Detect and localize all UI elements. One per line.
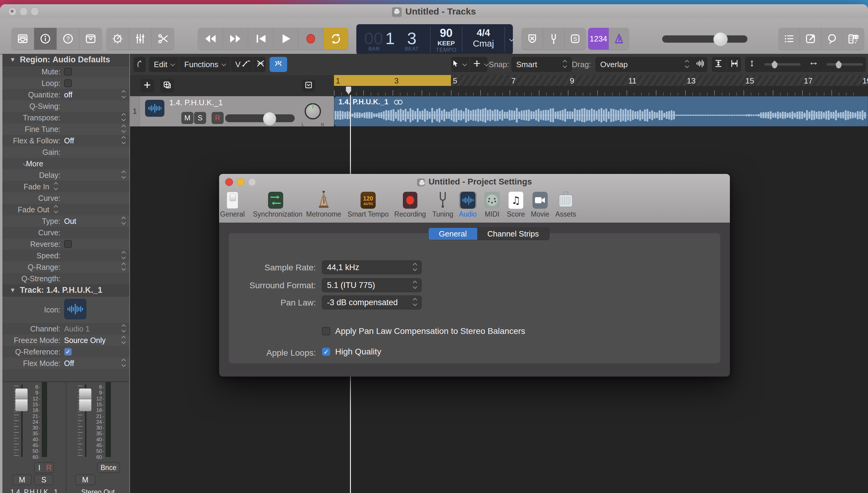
duplicate-track-button[interactable] xyxy=(160,79,174,92)
settings-tab-smart-tempo[interactable]: 120AUTOSmart Tempo xyxy=(345,191,391,218)
tuning-fork-button[interactable] xyxy=(543,28,565,49)
track-pan-knob[interactable] xyxy=(305,103,321,120)
lcd-display[interactable]: 00 1 3 BAR BEAT 90 KEEP TEMPO 4/4 Cmaj xyxy=(356,24,513,55)
settings-tab-assets[interactable]: Assets xyxy=(543,191,589,218)
cycle-button[interactable] xyxy=(323,28,348,49)
horizontal-zoom-knob[interactable] xyxy=(836,61,842,68)
field-dropdown[interactable]: 44,1 kHz xyxy=(322,260,421,274)
toolbar-display-button[interactable] xyxy=(79,28,102,49)
track-header-options-button[interactable] xyxy=(302,80,315,92)
solo-button[interactable]: S xyxy=(565,28,586,49)
mute-button[interactable]: M xyxy=(75,474,95,485)
count-in-button[interactable]: 1234 xyxy=(588,28,609,49)
library-button[interactable] xyxy=(12,28,34,49)
track-name[interactable]: 1.4. P.H.U.K._1 xyxy=(169,98,223,107)
row-checkbox[interactable]: ✓ xyxy=(64,348,72,356)
cycle-range[interactable] xyxy=(334,75,451,86)
vertical-zoom-knob[interactable] xyxy=(772,61,778,68)
snap-dropdown[interactable]: Smart xyxy=(511,57,572,72)
lcd-tempo-segment[interactable]: 90 KEEP TEMPO xyxy=(431,24,462,55)
more-toggle[interactable]: More xyxy=(26,159,43,168)
value-stepper[interactable] xyxy=(121,336,126,344)
media-browser-button[interactable]: ♪ xyxy=(843,28,864,49)
master-mute-button[interactable] xyxy=(522,28,543,49)
menu-functions[interactable]: Functions xyxy=(180,57,231,72)
fader-cap[interactable] xyxy=(79,388,92,411)
lcd-menu-chevron[interactable] xyxy=(505,24,513,55)
input-monitor-button[interactable]: I xyxy=(35,463,44,472)
row-value[interactable]: Source Only xyxy=(64,336,106,345)
pan-law-compensation-checkbox[interactable] xyxy=(322,327,330,336)
value-stepper[interactable] xyxy=(121,359,126,367)
row-checkbox[interactable] xyxy=(64,68,72,76)
field-dropdown[interactable]: 5.1 (ITU 775) xyxy=(322,278,421,292)
inspector-button[interactable] xyxy=(34,28,57,49)
value-stepper[interactable] xyxy=(121,114,126,122)
menu-edit[interactable]: Edit xyxy=(149,57,180,72)
rewind-button[interactable] xyxy=(198,28,223,49)
value-stepper[interactable] xyxy=(121,252,126,259)
settings-tab-general[interactable]: General xyxy=(210,191,255,218)
value-stepper[interactable] xyxy=(53,183,59,191)
channel-strip-name[interactable]: 1.4. P.H.U.K._1 xyxy=(3,488,65,493)
nudge-back-button[interactable] xyxy=(134,57,146,72)
value-stepper[interactable] xyxy=(53,206,59,214)
apple-loops-quality-checkbox[interactable]: ✓ xyxy=(322,347,330,356)
row-value[interactable]: off xyxy=(64,90,72,99)
horizontal-auto-zoom-button[interactable] xyxy=(727,57,742,72)
track-volume-knob[interactable] xyxy=(263,112,276,126)
list-editors-button[interactable] xyxy=(779,28,800,49)
tab-general[interactable]: General xyxy=(429,228,477,240)
tab-channel-strips[interactable]: Channel Strips xyxy=(477,228,549,240)
horizontal-zoom-slider[interactable] xyxy=(827,63,863,66)
field-dropdown[interactable]: -3 dB compensated xyxy=(322,296,421,309)
value-stepper[interactable] xyxy=(121,137,126,145)
value-stepper[interactable] xyxy=(121,217,126,225)
track-solo-button[interactable]: S xyxy=(194,112,206,124)
value-stepper[interactable] xyxy=(121,263,126,271)
mute-button[interactable]: M xyxy=(13,474,32,485)
track-inspector-header[interactable]: ▼ Track: 1.4. P.H.U.K._1 xyxy=(2,284,129,296)
row-value[interactable]: Out xyxy=(64,217,76,226)
value-stepper[interactable] xyxy=(121,325,126,333)
smart-controls-button[interactable] xyxy=(106,28,129,49)
master-volume-slider[interactable] xyxy=(662,36,748,43)
flex-button[interactable] xyxy=(253,57,268,72)
track-icon[interactable] xyxy=(145,100,164,117)
note-pads-button[interactable] xyxy=(800,28,821,49)
row-value[interactable]: Off xyxy=(64,359,74,368)
track-volume-slider[interactable] xyxy=(225,114,295,122)
master-volume-knob[interactable] xyxy=(713,32,728,47)
input-record-buttons[interactable]: IR xyxy=(34,462,54,473)
playhead-marker[interactable] xyxy=(346,86,351,94)
catch-playhead-button[interactable] xyxy=(270,57,287,72)
track-mute-button[interactable]: M xyxy=(181,112,193,124)
settings-tab-metronome[interactable]: Metronome xyxy=(301,191,346,218)
drag-dropdown[interactable]: Overlap xyxy=(595,57,694,72)
value-stepper[interactable] xyxy=(121,91,126,99)
row-value[interactable]: Off xyxy=(64,136,74,145)
lcd-position-segment[interactable]: 00 1 3 BAR BEAT xyxy=(356,24,430,55)
metronome-button[interactable] xyxy=(609,28,629,49)
add-track-button[interactable] xyxy=(140,79,154,92)
vertical-auto-zoom-button[interactable] xyxy=(711,57,727,72)
waveform-zoom-button[interactable] xyxy=(693,57,708,72)
play-button[interactable] xyxy=(273,28,298,49)
value-stepper[interactable] xyxy=(121,171,126,179)
forward-button[interactable] xyxy=(223,28,248,49)
region-inspector-header[interactable]: ▼ Region: Audio Defaults xyxy=(2,54,129,66)
track-icon-waveform[interactable] xyxy=(64,299,87,319)
lcd-signature-segment[interactable]: 4/4 Cmaj xyxy=(462,24,504,55)
row-checkbox[interactable] xyxy=(64,79,72,87)
playhead-line-lower[interactable] xyxy=(350,377,351,493)
editors-scissors-button[interactable] xyxy=(152,28,174,49)
fader-cap[interactable] xyxy=(15,388,28,411)
value-stepper[interactable] xyxy=(121,125,126,133)
record-button[interactable] xyxy=(298,28,323,49)
track-header[interactable]: 1 1.4. P.H.U.K._1 M S R L R xyxy=(130,96,334,126)
quick-help-button[interactable]: ? xyxy=(57,28,79,49)
playhead-line[interactable] xyxy=(350,95,351,174)
go-to-beginning-button[interactable] xyxy=(248,28,273,49)
mixer-button[interactable] xyxy=(129,28,152,49)
bounce-button[interactable]: Bnce xyxy=(97,462,120,473)
